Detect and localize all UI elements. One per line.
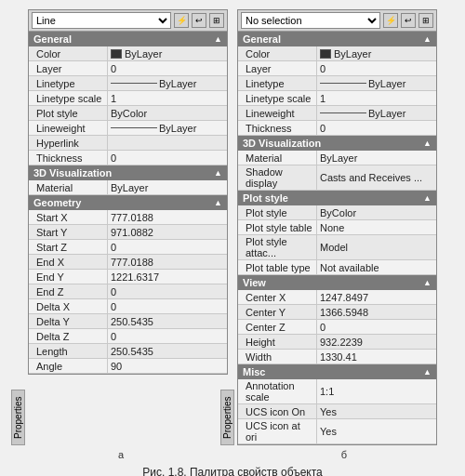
- section-3dvis-b-arrow: ▲: [423, 139, 432, 148]
- prop-endz: End Z 0: [29, 284, 227, 299]
- panel-a-icon3[interactable]: ⊞: [209, 13, 224, 28]
- figure-caption: Рис. 1.8. Палитра свойств объекта: [142, 466, 322, 476]
- section-misc-b-arrow: ▲: [423, 367, 432, 377]
- section-general-b[interactable]: General ▲: [238, 32, 436, 46]
- section-plotstyle-b[interactable]: Plot style ▲: [238, 191, 436, 205]
- section-3dvis-b[interactable]: 3D Visualization ▲: [238, 136, 436, 151]
- prop-endy: End Y 1221.6317: [29, 270, 227, 284]
- panel-a-dropdown[interactable]: Line: [32, 12, 171, 29]
- prop-shadowdisplay: Shadow display Casts and Receives ...: [238, 165, 436, 191]
- panel-a: Line ⚡ ↩ ⊞ General ▲ Color ByLayer Layer…: [28, 9, 228, 375]
- panel-a-icon2[interactable]: ↩: [192, 13, 206, 28]
- prop-hyperlink-a: Hyperlink: [29, 136, 227, 151]
- prop-startz: Start Z 0: [29, 240, 227, 255]
- section-geometry-a[interactable]: Geometry ▲: [29, 195, 227, 210]
- lineweight-line-a: [111, 127, 157, 128]
- prop-plottable: Plot style table None: [238, 220, 436, 235]
- prop-plotstyle-b: Plot style ByColor: [238, 205, 436, 220]
- prop-deltay: Delta Y 250.5435: [29, 314, 227, 329]
- panel-b-icon1[interactable]: ⚡: [383, 13, 398, 28]
- prop-linetypescale-b: Linetype scale 1: [238, 91, 436, 106]
- prop-thickness-b: Thickness 0: [238, 121, 436, 136]
- prop-color-a: Color ByLayer: [29, 46, 227, 61]
- caption-b: б: [341, 449, 347, 460]
- prop-length: Length 250.5435: [29, 344, 227, 359]
- prop-plotstyle-a: Plot style ByColor: [29, 106, 227, 121]
- prop-lineweight-a: Lineweight ByLayer: [29, 121, 227, 136]
- prop-layer-a: Layer 0: [29, 61, 227, 76]
- lineweight-line-b: [320, 112, 366, 113]
- section-plotstyle-b-arrow: ▲: [423, 193, 432, 203]
- prop-width: Width 1330.41: [238, 350, 436, 364]
- prop-plottabletype: Plot table type Not available: [238, 260, 436, 275]
- prop-material-a: Material ByLayer: [29, 180, 227, 195]
- section-general-a[interactable]: General ▲: [29, 32, 227, 46]
- prop-thickness-a: Thickness 0: [29, 151, 227, 165]
- panel-b-icon2[interactable]: ↩: [401, 13, 416, 28]
- color-swatch-b: [320, 49, 331, 59]
- prop-plotattach: Plot style attac... Model: [238, 235, 436, 260]
- prop-deltaz: Delta Z 0: [29, 329, 227, 344]
- section-3dvis-a-arrow: ▲: [214, 168, 222, 178]
- section-view-b-arrow: ▲: [423, 278, 432, 287]
- caption-a: а: [118, 449, 124, 460]
- color-swatch-a: [111, 49, 122, 59]
- panel-a-icon1[interactable]: ⚡: [174, 13, 189, 28]
- panel-b-icon3[interactable]: ⊞: [418, 13, 433, 28]
- section-general-a-arrow: ▲: [214, 34, 222, 44]
- section-view-b[interactable]: View ▲: [238, 275, 436, 290]
- prop-linetype-b: Linetype ByLayer: [238, 76, 436, 91]
- section-geometry-a-arrow: ▲: [214, 198, 222, 207]
- panel-b-header: No selection ⚡ ↩ ⊞: [238, 10, 436, 32]
- prop-lineweight-b: Lineweight ByLayer: [238, 106, 436, 121]
- prop-ucsiconori: UCS icon at ori Yes: [238, 419, 436, 444]
- side-label-b: Properties: [220, 390, 234, 445]
- panel-b-dropdown[interactable]: No selection: [241, 12, 380, 29]
- prop-starty: Start Y 971.0882: [29, 225, 227, 240]
- prop-layer-b: Layer 0: [238, 61, 436, 76]
- section-general-b-arrow: ▲: [423, 34, 432, 44]
- section-3dvis-a[interactable]: 3D Visualization ▲: [29, 165, 227, 180]
- prop-ucsiconon: UCS icon On Yes: [238, 404, 436, 419]
- prop-linetypescale-a: Linetype scale 1: [29, 91, 227, 106]
- panel-b: No selection ⚡ ↩ ⊞ General ▲ Color ByLay…: [237, 9, 437, 445]
- prop-height: Height 932.2239: [238, 335, 436, 350]
- caption-row: а б: [9, 449, 456, 460]
- linetype-line-b: [320, 83, 366, 84]
- prop-centerx: Center X 1247.8497: [238, 290, 436, 305]
- prop-linetype-a: Linetype ByLayer: [29, 76, 227, 91]
- prop-color-b: Color ByLayer: [238, 46, 436, 61]
- prop-angle: Angle 90: [29, 359, 227, 374]
- prop-centery: Center Y 1366.5948: [238, 305, 436, 320]
- panel-a-header: Line ⚡ ↩ ⊞: [29, 10, 227, 32]
- section-misc-b[interactable]: Misc ▲: [238, 364, 436, 379]
- side-label-a: Properties: [11, 390, 25, 445]
- prop-deltax: Delta X 0: [29, 299, 227, 314]
- prop-centerz: Center Z 0: [238, 320, 436, 335]
- linetype-line-a: [111, 83, 157, 84]
- prop-startx: Start X 777.0188: [29, 210, 227, 225]
- prop-material-b: Material ByLayer: [238, 151, 436, 165]
- prop-endx: End X 777.0188: [29, 255, 227, 270]
- prop-annotscale: Annotation scale 1:1: [238, 379, 436, 404]
